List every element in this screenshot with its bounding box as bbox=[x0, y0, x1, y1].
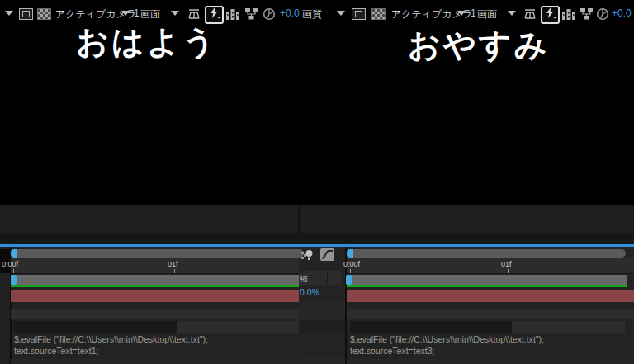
layer-row[interactable] bbox=[11, 309, 299, 319]
flowchart-icon[interactable] bbox=[580, 8, 593, 20]
chevron-down-icon[interactable] bbox=[508, 11, 516, 16]
graph-editor-icon[interactable] bbox=[320, 248, 334, 261]
exposure-value[interactable]: +0.0 bbox=[280, 7, 300, 19]
render-progress-line bbox=[11, 285, 299, 287]
chevron-down-icon[interactable] bbox=[5, 11, 13, 16]
lightbulb-icon[interactable] bbox=[301, 249, 314, 261]
layer-row[interactable] bbox=[512, 321, 625, 333]
region-of-interest-icon[interactable] bbox=[352, 8, 366, 20]
layer-row[interactable] bbox=[177, 321, 299, 333]
ruler-tick bbox=[13, 269, 14, 273]
chevron-down-icon[interactable] bbox=[457, 11, 466, 16]
layer-bar[interactable] bbox=[347, 290, 634, 302]
expression-field[interactable]: text.sourceText=text3; bbox=[350, 345, 434, 357]
timeline-panel-icon[interactable] bbox=[226, 9, 239, 20]
expression-field[interactable]: $.evalFile ("file://C:\\Users\\min\\Desk… bbox=[350, 333, 544, 345]
stretch-column-label: 縮 bbox=[300, 273, 308, 285]
stretch-value[interactable]: 0.0% bbox=[300, 287, 319, 297]
layer-bar[interactable] bbox=[11, 290, 299, 302]
quality-dropdown[interactable]: 画質 bbox=[302, 7, 322, 21]
chevron-down-icon[interactable] bbox=[171, 11, 179, 16]
ruler-tick bbox=[174, 269, 175, 273]
exposure-icon[interactable] bbox=[596, 7, 609, 21]
layer-row bbox=[299, 320, 345, 333]
time-label-mid: 01f bbox=[168, 260, 178, 268]
chevron-down-icon[interactable] bbox=[337, 11, 345, 16]
view-count[interactable]: 1 bbox=[471, 7, 476, 19]
work-area-start-handle[interactable] bbox=[346, 275, 352, 285]
exposure-value[interactable]: +0.0 bbox=[612, 7, 632, 19]
ruler-tick bbox=[508, 269, 509, 273]
app-window: おはよう おやすみ アクティブカメラ 1 画面 bbox=[0, 0, 634, 364]
time-navigator[interactable] bbox=[12, 249, 304, 258]
grid-guides-icon[interactable] bbox=[187, 8, 201, 20]
time-label-start: 0:00f bbox=[343, 260, 360, 268]
region-of-interest-icon[interactable] bbox=[19, 8, 33, 20]
grid-guides-icon[interactable] bbox=[523, 8, 537, 20]
view-layout-dropdown[interactable]: 画面 bbox=[477, 7, 497, 21]
render-progress-line bbox=[347, 285, 627, 287]
property-bar[interactable] bbox=[13, 321, 177, 333]
navigator-handle[interactable] bbox=[347, 249, 353, 258]
time-label-mid: 01f bbox=[501, 260, 512, 268]
layer-row bbox=[299, 358, 345, 364]
comp-toolbar bbox=[0, 205, 634, 233]
time-ruler[interactable] bbox=[347, 258, 634, 274]
panel-gap bbox=[0, 233, 634, 244]
expression-field[interactable]: text.sourceText=text1; bbox=[14, 345, 98, 357]
ruler-tick bbox=[350, 269, 351, 273]
timeline-panel-icon[interactable] bbox=[562, 9, 575, 20]
transparency-grid-icon[interactable] bbox=[371, 8, 386, 20]
fast-preview-button[interactable] bbox=[541, 6, 560, 24]
layer-row[interactable] bbox=[347, 309, 634, 319]
flowchart-icon[interactable] bbox=[245, 8, 258, 20]
layer-row bbox=[347, 359, 634, 364]
time-label-start: 0:00f bbox=[2, 260, 18, 268]
layer-row bbox=[11, 359, 299, 364]
layer-row bbox=[299, 302, 345, 320]
fast-preview-button[interactable] bbox=[205, 6, 224, 24]
work-area-bar[interactable] bbox=[347, 275, 627, 285]
property-bar[interactable] bbox=[350, 321, 512, 333]
time-ruler[interactable] bbox=[11, 258, 299, 274]
expression-field[interactable]: $.evalFile ("file://C:\\Users\\min\\Desk… bbox=[14, 333, 208, 345]
work-area-start-handle[interactable] bbox=[11, 275, 17, 285]
viewer-text-left: おはよう bbox=[76, 20, 218, 64]
time-navigator[interactable] bbox=[348, 249, 626, 258]
viewer-text-right: おやすみ bbox=[408, 23, 550, 68]
view-layout-dropdown[interactable]: 画面 bbox=[140, 7, 160, 21]
work-area-bar[interactable] bbox=[11, 275, 299, 285]
chevron-down-icon[interactable] bbox=[121, 11, 130, 16]
column-separator bbox=[327, 272, 328, 283]
exposure-icon[interactable] bbox=[263, 7, 276, 21]
navigator-handle[interactable] bbox=[11, 249, 17, 258]
view-count[interactable]: 1 bbox=[134, 7, 140, 19]
transparency-grid-icon[interactable] bbox=[37, 8, 51, 20]
